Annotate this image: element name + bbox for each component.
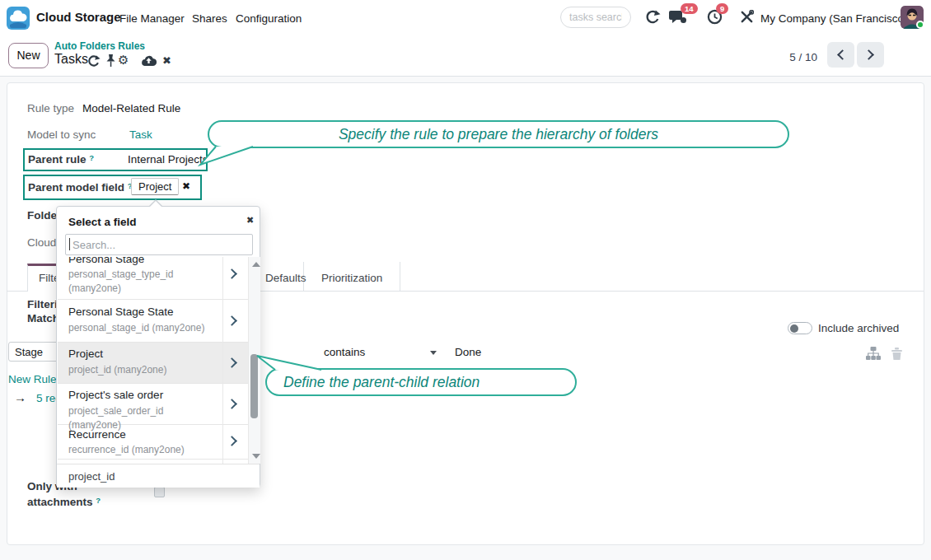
rule-type-value: Model-Related Rule: [82, 102, 180, 114]
trash-icon[interactable]: [891, 347, 903, 360]
model-to-sync-label: Model to sync: [27, 128, 96, 141]
text-cursor: [69, 238, 70, 250]
popup-title: Select a field: [68, 216, 137, 228]
domain-field-value: Stage: [15, 346, 43, 358]
app-logo-icon[interactable]: [7, 7, 30, 30]
tree-view-icon[interactable]: [866, 347, 881, 361]
pager-value: 5 / 10: [766, 51, 817, 63]
field-list: Personal Stage personal_stage_type_id (m…: [58, 257, 260, 464]
tooltip-relation: Define the parent-child relation: [265, 368, 577, 396]
list-item-personal-stage-state[interactable]: Personal Stage State personal_stage_id (…: [58, 300, 249, 343]
only-with-attachments-label-line2: attachments ?: [27, 496, 101, 508]
pager-next-button[interactable]: [857, 42, 884, 68]
sync-icon[interactable]: [645, 9, 661, 25]
tooltip-hierarchy-tail: [194, 146, 260, 167]
match-label: Match: [27, 312, 59, 324]
cloud-upload-icon[interactable]: [141, 54, 157, 67]
tab-separator: [400, 262, 400, 291]
tools-icon[interactable]: [740, 10, 754, 24]
company-menu[interactable]: My Company (San Francisco): [760, 12, 908, 25]
menu-shares[interactable]: Shares: [192, 12, 227, 25]
field-search-input[interactable]: [65, 234, 253, 255]
menu-configuration[interactable]: Configuration: [236, 12, 302, 25]
chevron-left-icon: [837, 49, 848, 60]
activities-badge: 9: [716, 3, 728, 14]
include-archived-toggle[interactable]: [788, 322, 812, 334]
operator-dropdown-caret-icon[interactable]: [430, 351, 437, 355]
discard-icon[interactable]: ✖: [162, 54, 171, 67]
toggle-knob: [790, 324, 798, 333]
list-item-projects-sale-order[interactable]: Project's sale order project_sale_order_…: [58, 384, 249, 425]
gear-icon[interactable]: ⚙: [118, 53, 129, 68]
app-window: Cloud Storage File Manager Shares Config…: [0, 0, 931, 560]
search-input[interactable]: [560, 7, 631, 28]
tooltip-relation-tail: [247, 353, 330, 371]
only-with-attachments-checkbox[interactable]: [154, 487, 165, 497]
tooltip-hierarchy: Specify the rule to prepare the hierarch…: [208, 120, 789, 148]
tab-defaults[interactable]: Defaults: [265, 272, 306, 284]
popup-caret: [150, 201, 161, 207]
scroll-down-icon[interactable]: [252, 454, 260, 459]
domain-value[interactable]: Done: [455, 346, 481, 358]
select-field-popup: Select a field ✖ Personal Stage personal…: [56, 206, 260, 488]
pager-previous-button[interactable]: [827, 42, 854, 68]
parent-model-field-highlight-box: [23, 175, 202, 200]
popup-close-icon[interactable]: ✖: [246, 215, 254, 226]
pin-icon[interactable]: [105, 54, 116, 68]
parent-rule-highlight-box: [23, 148, 208, 171]
include-archived-label: Include archived: [818, 322, 899, 334]
tab-prioritization[interactable]: Prioritization: [321, 272, 382, 284]
online-status-dot: [916, 21, 924, 29]
app-name[interactable]: Cloud Storage: [36, 10, 121, 24]
messages-badge: 14: [681, 3, 698, 14]
records-arrow-icon: →: [14, 390, 26, 404]
new-rule-link[interactable]: New Rule: [8, 373, 57, 385]
rule-type-label: Rule type: [27, 102, 74, 114]
scroll-up-icon[interactable]: [252, 262, 260, 267]
domain-operator-select[interactable]: contains: [324, 346, 365, 358]
new-button[interactable]: New: [8, 43, 49, 68]
chevron-right-icon: [863, 49, 874, 60]
list-item-recurrence[interactable]: Recurrence recurrence_id (many2one): [58, 425, 249, 460]
selected-field-path: project_id: [68, 470, 115, 483]
list-item-personal-stage[interactable]: Personal Stage personal_stage_type_id (m…: [58, 257, 249, 300]
list-column-divider: [222, 257, 223, 464]
sync-record-icon[interactable]: [87, 54, 101, 68]
help-question-mark: ?: [96, 496, 101, 505]
list-item-project[interactable]: Project project_id (many2one): [58, 343, 249, 384]
menu-file-manager[interactable]: File Manager: [119, 12, 185, 25]
model-to-sync-value[interactable]: Task: [129, 128, 152, 141]
popup-footer: project_id: [57, 464, 260, 488]
breadcrumb-current: Tasks: [54, 52, 88, 67]
breadcrumb[interactable]: Auto Folders Rules: [54, 40, 145, 52]
